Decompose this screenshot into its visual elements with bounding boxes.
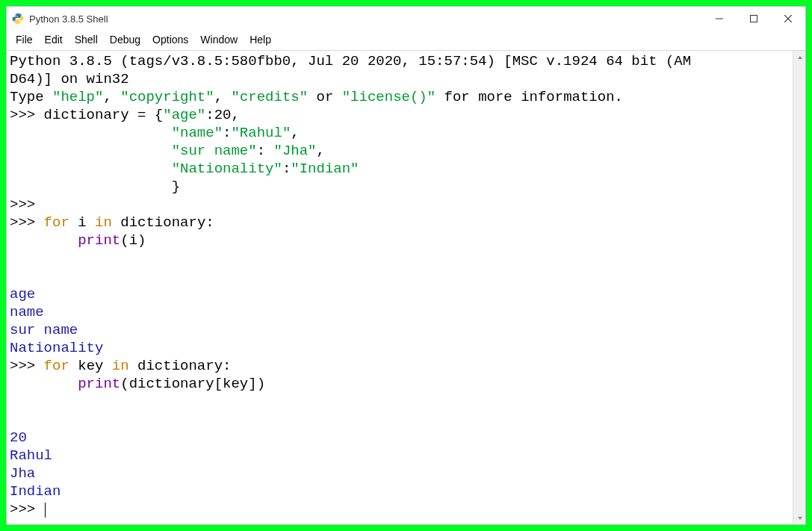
menu-debug[interactable]: Debug [105,32,145,47]
menu-shell[interactable]: Shell [70,32,102,47]
code-line: >>> dictionary = {"age":20, [10,107,240,123]
blank-line [10,268,18,285]
code-line: } [10,178,180,195]
window-title: Python 3.8.5 Shell [29,13,108,25]
menu-help[interactable]: Help [245,32,276,47]
output-line: sur name [10,322,78,338]
output-line: Nationality [10,340,103,356]
code-line: print(dictionary[key]) [10,376,265,392]
text-cursor [45,503,46,518]
code-line: "Nationality":"Indian" [10,161,359,177]
code-line: "name":"Rahul", [10,125,300,141]
menu-options[interactable]: Options [148,32,193,47]
menubar: File Edit Shell Debug Options Window Hel… [7,31,805,51]
banner-line: Python 3.8.5 (tags/v3.8.5:580fbb0, Jul 2… [10,53,691,69]
maximize-button[interactable] [737,7,771,31]
scroll-down-icon[interactable] [793,512,806,524]
output-line: name [10,304,44,320]
prompt-line: >>> [10,501,46,518]
close-button[interactable] [771,7,805,31]
prompt-line: >>> [10,196,44,213]
output-line: 20 [10,429,27,446]
menu-edit[interactable]: Edit [40,32,67,47]
menu-window[interactable]: Window [196,32,242,47]
blank-line [10,412,18,428]
body-area: Python 3.8.5 (tags/v3.8.5:580fbb0, Jul 2… [7,51,805,524]
minimize-button[interactable] [702,7,737,31]
titlebar[interactable]: Python 3.8.5 Shell [7,7,805,31]
banner-line: D64)] on win32 [10,71,129,87]
scroll-up-icon[interactable] [793,51,806,63]
code-line: >>> for i in dictionary: [10,214,214,231]
output-line: Indian [10,483,61,500]
banner-line: Type "help", "copyright", "credits" or "… [10,89,623,105]
output-line: Jha [10,465,35,482]
code-line: print(i) [10,232,146,249]
output-line: age [10,286,35,302]
vertical-scrollbar[interactable] [793,51,805,524]
code-line: "sur name": "Jha", [10,143,325,159]
menu-file[interactable]: File [11,32,37,47]
window: Python 3.8.5 Shell File Edit Shell Debug… [6,6,806,525]
output-line: Rahul [10,447,52,464]
code-line: >>> for key in dictionary: [10,358,231,374]
svg-rect-0 [751,16,757,22]
python-icon [11,12,25,25]
shell-editor[interactable]: Python 3.8.5 (tags/v3.8.5:580fbb0, Jul 2… [7,51,793,524]
